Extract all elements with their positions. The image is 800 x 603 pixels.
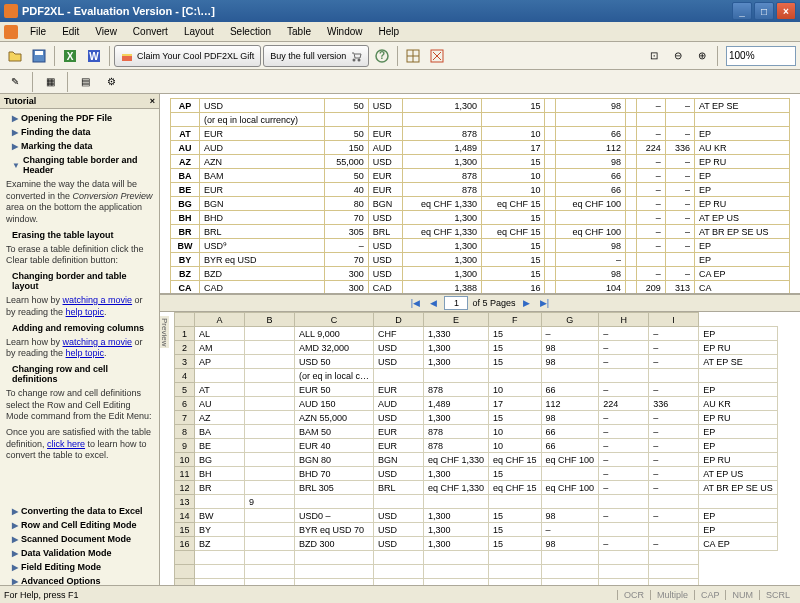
excel-cell[interactable] [245,425,295,439]
pdf-cell[interactable]: 112 [556,141,626,155]
pdf-cell[interactable]: 10 [481,183,545,197]
menu-edit[interactable]: Edit [54,24,87,39]
excel-cell[interactable]: eq CHF 100 [541,481,599,495]
excel-cell[interactable] [649,523,699,537]
pdf-cell[interactable] [636,113,665,127]
pdf-cell[interactable]: 15 [481,239,545,253]
pdf-cell[interactable]: 1,300 [403,155,482,169]
excel-cell[interactable]: – [649,509,699,523]
pdf-cell[interactable]: 66 [556,183,626,197]
pdf-cell[interactable]: BGN [368,197,402,211]
excel-cell[interactable]: AL [195,327,245,341]
excel-cell[interactable]: EUR [374,425,424,439]
pdf-cell[interactable]: – [665,99,694,113]
pdf-cell[interactable]: 50 [324,127,368,141]
pdf-cell[interactable]: – [636,267,665,281]
excel-cell[interactable] [489,495,542,509]
pdf-cell[interactable] [665,113,694,127]
pdf-cell[interactable] [625,239,636,253]
row-header[interactable]: 14 [175,509,195,523]
pdf-cell[interactable]: 17 [481,141,545,155]
pdf-cell[interactable]: BE [171,183,200,197]
buy-full-button[interactable]: Buy the full version [263,45,369,67]
sidebar-item[interactable]: ▶Converting the data to Excel [0,504,159,518]
pdf-table[interactable]: APUSD50USD1,3001598––AT EP SE(or eq in l… [170,98,790,294]
menu-layout[interactable]: Layout [176,24,222,39]
zoom-out-icon[interactable]: ⊖ [667,45,689,67]
pdf-cell[interactable]: – [665,169,694,183]
first-page-icon[interactable]: |◀ [408,296,422,310]
pdf-cell[interactable]: 150 [324,141,368,155]
grid-icon[interactable]: ▤ [74,71,96,93]
pdf-cell[interactable]: eq CHF 15 [481,197,545,211]
excel-cell[interactable]: – [599,327,649,341]
excel-cell[interactable]: 10 [489,383,542,397]
excel-cell[interactable]: AMD 32,000 [295,341,374,355]
pdf-cell[interactable]: 70 [324,211,368,225]
pdf-cell[interactable]: EP [694,253,789,267]
pdf-cell[interactable]: 224 [636,141,665,155]
pdf-cell[interactable]: 40 [324,183,368,197]
pdf-cell[interactable]: BW [171,239,200,253]
pdf-cell[interactable] [545,197,556,211]
row-header[interactable]: 12 [175,481,195,495]
excel-cell[interactable]: 1,300 [424,537,489,551]
excel-cell[interactable]: 98 [541,355,599,369]
pdf-cell[interactable]: USD [200,99,325,113]
sidebar-item[interactable]: ▶Advanced Options [0,574,159,585]
pdf-cell[interactable]: USD⁹ [200,239,325,253]
pdf-cell[interactable]: 80 [324,197,368,211]
pdf-cell[interactable]: 1,489 [403,141,482,155]
excel-cell[interactable]: CHF [374,327,424,341]
last-page-icon[interactable]: ▶| [538,296,552,310]
excel-cell[interactable]: 1,300 [424,411,489,425]
pdf-cell[interactable]: eq CHF 100 [556,197,626,211]
pdf-cell[interactable] [481,113,545,127]
excel-cell[interactable]: 224 [599,397,649,411]
pdf-cell[interactable]: – [665,267,694,281]
excel-cell[interactable] [245,439,295,453]
excel-cell[interactable]: – [649,453,699,467]
zoom-select[interactable] [726,46,796,66]
pdf-cell[interactable]: 1,300 [403,253,482,267]
excel-cell[interactable]: – [649,537,699,551]
pdf-cell[interactable]: AZN [200,155,325,169]
menu-table[interactable]: Table [279,24,319,39]
pdf-cell[interactable]: – [665,155,694,169]
excel-cell[interactable]: BGN [374,453,424,467]
excel-cell[interactable] [245,509,295,523]
excel-cell[interactable]: 66 [541,439,599,453]
claim-gift-button[interactable]: Claim Your Cool PDF2XL Gift [114,45,261,67]
excel-cell[interactable]: 98 [541,537,599,551]
excel-cell[interactable]: 15 [489,467,542,481]
excel-cell[interactable]: AU [195,397,245,411]
pdf-cell[interactable]: 70 [324,253,368,267]
page-input[interactable] [444,296,468,310]
excel-cell[interactable] [599,369,649,383]
excel-cell[interactable]: – [649,383,699,397]
pdf-cell[interactable]: BAM [200,169,325,183]
excel-cell[interactable] [374,495,424,509]
excel-cell[interactable]: AT [195,383,245,397]
excel-cell[interactable]: EUR [374,383,424,397]
pdf-cell[interactable]: 1,388 [403,281,482,295]
excel-cell[interactable] [245,481,295,495]
menu-selection[interactable]: Selection [222,24,279,39]
pdf-cell[interactable]: 878 [403,183,482,197]
pdf-cell[interactable]: (or eq in local currency) [200,113,325,127]
pdf-cell[interactable]: 878 [403,169,482,183]
pdf-cell[interactable] [625,225,636,239]
excel-cell[interactable]: 98 [541,341,599,355]
pdf-cell[interactable]: CA [171,281,200,295]
pdf-cell[interactable]: eq CHF 15 [481,225,545,239]
excel-cell[interactable]: BA [195,425,245,439]
sidebar-item[interactable]: ▶Opening the PDF File [0,111,159,125]
excel-cell[interactable]: 15 [489,341,542,355]
pdf-cell[interactable]: BRL [368,225,402,239]
excel-cell[interactable]: eq CHF 15 [489,481,542,495]
pdf-cell[interactable] [171,113,200,127]
pdf-cell[interactable]: 10 [481,169,545,183]
pdf-cell[interactable] [625,267,636,281]
pdf-cell[interactable]: 15 [481,99,545,113]
excel-cell[interactable]: CA EP [699,537,778,551]
